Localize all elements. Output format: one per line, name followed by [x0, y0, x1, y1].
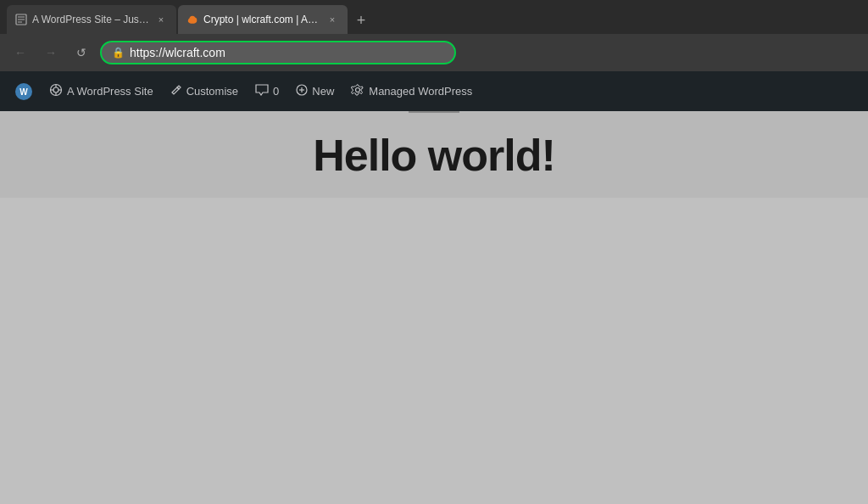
tab2-title: Crypto | wlcraft.com | Account | C [203, 14, 320, 25]
back-button[interactable]: ← [8, 41, 32, 64]
new-content-button[interactable]: New [287, 71, 342, 111]
managed-wp-button[interactable]: Managed WordPress [342, 71, 481, 111]
wp-admin-bar: W A WordPress Site [0, 71, 868, 111]
svg-point-19 [356, 88, 360, 92]
url-display: https://wlcraft.com [130, 46, 444, 59]
comments-count: 0 [273, 85, 279, 98]
tab-bar: A WordPress Site – Just another W × Cryp… [0, 0, 868, 34]
lock-icon: 🔒 [112, 47, 125, 59]
page-heading: Hello world! [313, 130, 555, 181]
tab2-icon [186, 14, 198, 25]
tab2-close-button[interactable]: × [326, 13, 339, 26]
new-label: New [312, 85, 334, 98]
page-content: Hello world! [0, 111, 868, 198]
forward-button[interactable]: → [39, 41, 63, 64]
comments-button[interactable]: 0 [247, 71, 287, 111]
tab1-icon [15, 14, 27, 25]
svg-point-11 [53, 87, 58, 92]
tab-1[interactable]: A WordPress Site – Just another W × [7, 5, 176, 34]
tab-2[interactable]: Crypto | wlcraft.com | Account | C × [178, 5, 348, 34]
gear-icon [351, 83, 364, 99]
managed-wp-label: Managed WordPress [369, 85, 472, 98]
reload-button[interactable]: ↺ [70, 41, 93, 64]
new-tab-button[interactable]: + [349, 8, 373, 32]
tab1-close-button[interactable]: × [154, 13, 168, 26]
svg-point-7 [190, 16, 196, 22]
address-bar[interactable]: 🔒 https://wlcraft.com [100, 41, 456, 64]
dashboard-icon [49, 83, 63, 99]
address-bar-row: ← → ↺ 🔒 https://wlcraft.com [0, 34, 868, 71]
new-icon [296, 84, 308, 98]
tab1-title: A WordPress Site – Just another W [32, 14, 149, 25]
svg-text:W: W [19, 87, 28, 97]
site-name-label: A WordPress Site [67, 85, 153, 98]
wp-logo-button[interactable]: W [7, 71, 41, 111]
site-name-button[interactable]: A WordPress Site [41, 71, 162, 111]
comments-icon [255, 84, 269, 98]
customise-icon [170, 84, 182, 98]
post-separator [409, 111, 459, 113]
customise-button[interactable]: Customise [162, 71, 247, 111]
wordpress-logo-icon: W [15, 83, 32, 100]
customise-label: Customise [186, 85, 238, 98]
